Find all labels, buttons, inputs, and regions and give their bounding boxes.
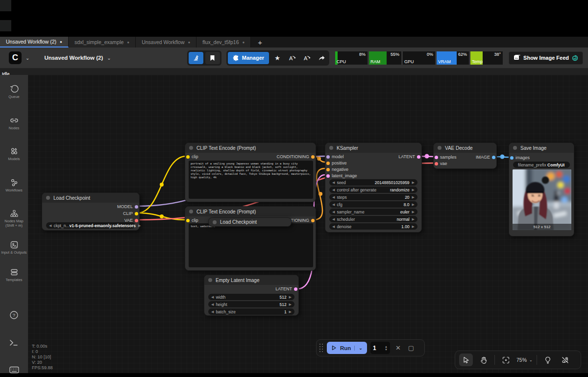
sidebar-item-workflows[interactable]: Workflows <box>0 178 28 193</box>
collapse-dot-icon[interactable] <box>513 146 517 150</box>
slot-dot-icon[interactable] <box>311 219 315 222</box>
bookmark-button[interactable] <box>205 52 220 64</box>
node-save-image[interactable]: Save Image images filename_prefix ComfyU… <box>509 142 574 236</box>
increment-icon[interactable]: ▶ <box>412 194 415 200</box>
select-tool-button[interactable] <box>459 353 473 366</box>
slot-dot-icon[interactable] <box>326 174 330 178</box>
logo-menu-chevron-icon[interactable]: ⌄ <box>25 55 29 61</box>
decrement-icon[interactable]: ◀ <box>211 308 214 315</box>
drag-handle-icon[interactable] <box>319 344 323 353</box>
new-tab-button[interactable]: + <box>251 37 269 47</box>
widget-denoise[interactable]: ◀ denoise 1.00 ▶ <box>329 223 417 230</box>
unsaved-dot-icon[interactable]: ● <box>127 40 129 45</box>
prompt-textarea-negative[interactable]: text, watermark <box>189 223 313 267</box>
node-title-bar[interactable]: Load Checkpoint <box>42 193 139 203</box>
widget-ckpt-name[interactable]: ◀ ckpt_n... v1-5-pruned-emaonly.safetens… <box>46 222 135 229</box>
decrement-icon[interactable]: ◀ <box>211 294 214 300</box>
fit-view-button[interactable] <box>499 353 513 366</box>
workflow-chevron-icon[interactable]: ⌄ <box>107 55 111 61</box>
zoom-level-dropdown[interactable]: 75% ⌄ <box>516 357 533 363</box>
increment-icon[interactable]: ▶ <box>412 187 415 193</box>
decrement-icon[interactable]: ◀ <box>211 301 214 307</box>
sidebar-item-nodes[interactable]: Nodes <box>0 116 28 131</box>
input-slot-clip[interactable]: clip <box>185 217 198 224</box>
decrement-icon[interactable]: ◀ <box>332 209 335 215</box>
input-slot-model[interactable]: model <box>325 153 344 160</box>
pan-tool-button[interactable] <box>477 353 490 366</box>
widget-control-after-generate[interactable]: ◀ control after generate randomize ▶ <box>329 187 417 193</box>
widget-seed[interactable]: ◀ seed 201488501025959 ▶ <box>329 179 417 186</box>
widget-sampler-name[interactable]: ◀ sampler_name euler ▶ <box>329 209 417 215</box>
widget-cfg[interactable]: ◀ cfg 8.0 ▶ <box>329 201 417 208</box>
beta-menu-button[interactable] <box>189 52 203 64</box>
slot-dot-icon[interactable] <box>326 168 330 171</box>
increment-icon[interactable]: ▶ <box>289 301 292 307</box>
slot-dot-icon[interactable] <box>492 156 495 159</box>
increment-icon[interactable]: ▶ <box>412 209 415 215</box>
node-title-bar[interactable]: KSampler <box>325 143 421 153</box>
run-button[interactable]: Run ⌄ <box>327 342 367 354</box>
output-slot-conditioning[interactable]: CONDITIONING <box>277 153 316 160</box>
decrement-icon[interactable]: ◀ <box>332 194 335 200</box>
slot-dot-icon[interactable] <box>417 155 420 159</box>
decrement-icon[interactable]: ◀ <box>332 223 335 230</box>
node-title-bar[interactable]: CLIP Text Encode (Prompt) <box>185 207 316 216</box>
input-slot-positive[interactable]: positive <box>325 160 347 166</box>
slot-dot-icon[interactable] <box>311 155 315 159</box>
input-slot-negative[interactable]: negative <box>325 166 348 173</box>
collapse-dot-icon[interactable] <box>189 210 193 213</box>
sidebar-item-queue[interactable]: Queue <box>0 85 28 99</box>
slot-dot-icon[interactable] <box>294 287 297 291</box>
comfyui-logo[interactable]: C <box>9 51 22 64</box>
input-slot-vae[interactable]: vae <box>434 160 447 167</box>
sidebar-item-shortcuts[interactable] <box>0 366 28 374</box>
unsaved-dot-icon[interactable]: ● <box>60 40 62 44</box>
decrement-icon[interactable]: ◀ <box>332 201 335 208</box>
slot-dot-icon[interactable] <box>186 155 190 159</box>
increment-icon[interactable]: ▶ <box>412 223 415 230</box>
output-slot-clip[interactable]: CLIP <box>123 210 139 217</box>
sidebar-item-nodes-map[interactable]: Nodes Map (Shift + m) <box>0 209 28 228</box>
input-slot-images[interactable]: images <box>509 154 530 161</box>
output-slot-image[interactable]: IMAGE <box>476 154 496 161</box>
sidebar-item-templates[interactable]: Templates <box>0 268 28 283</box>
decrement-icon[interactable]: ◀ <box>332 179 335 186</box>
tab-sdxl-simple-example[interactable]: sdxl_simple_example ● <box>69 37 136 47</box>
star-favorites-button[interactable]: ★ <box>271 52 284 64</box>
increment-icon[interactable]: ▶ <box>289 294 292 300</box>
prompt-textarea-positive[interactable]: portrait of a smiling young Japanese wom… <box>189 161 313 199</box>
tab-flux-dev-t5fp16[interactable]: flux_dev_t5fp16 ● <box>196 37 251 47</box>
node-vae-decode[interactable]: VAE Decode samples vae IMAGE <box>433 142 497 169</box>
slot-dot-icon[interactable] <box>135 219 138 222</box>
widget-batch-size[interactable]: ◀ batch_size 1 ▶ <box>208 308 294 315</box>
share-button[interactable] <box>315 52 328 64</box>
generated-image-preview[interactable]: 512 x 512 <box>513 169 571 230</box>
slot-dot-icon[interactable] <box>435 162 438 165</box>
collapse-dot-icon[interactable] <box>208 278 212 282</box>
increment-icon[interactable]: ▶ <box>412 179 415 186</box>
sidebar-item-models[interactable]: Models <box>0 147 28 162</box>
collapse-dot-icon[interactable] <box>189 146 193 150</box>
node-title-bar[interactable]: Empty Latent Image <box>204 275 298 285</box>
update-custom-nodes-button[interactable]: A <box>286 52 298 64</box>
collapse-dot-icon[interactable] <box>213 220 217 224</box>
node-load-checkpoint[interactable]: Load Checkpoint MODEL CLIP VAE ◀ ckpt_n.… <box>42 192 140 231</box>
decrement-icon[interactable]: ◀ <box>332 216 335 222</box>
decrement-icon[interactable]: ◀ <box>332 187 335 193</box>
sidebar-item-help[interactable]: ? <box>0 310 28 320</box>
slot-dot-icon[interactable] <box>435 156 438 159</box>
input-slot-clip[interactable]: clip <box>185 153 198 160</box>
slot-dot-icon[interactable] <box>326 162 330 165</box>
slot-dot-icon[interactable] <box>135 212 138 215</box>
unsaved-dot-icon[interactable]: ● <box>188 40 191 45</box>
increment-icon[interactable]: ▶ <box>412 216 415 222</box>
increment-icon[interactable]: ▶ <box>289 308 292 315</box>
node-clip-text-encode-positive[interactable]: CLIP Text Encode (Prompt) clip CONDITION… <box>185 142 316 202</box>
node-title-bar[interactable]: VAE Decode <box>434 143 496 153</box>
unsaved-dot-icon[interactable]: ● <box>243 40 245 45</box>
sidebar-item-input-outputs[interactable]: Input & Outputs <box>0 240 28 255</box>
increment-icon[interactable]: ▶ <box>412 201 415 208</box>
slot-dot-icon[interactable] <box>326 155 330 159</box>
node-title-bar[interactable]: Save Image <box>509 143 574 153</box>
widget-width[interactable]: ◀ width 512 ▶ <box>208 294 294 300</box>
